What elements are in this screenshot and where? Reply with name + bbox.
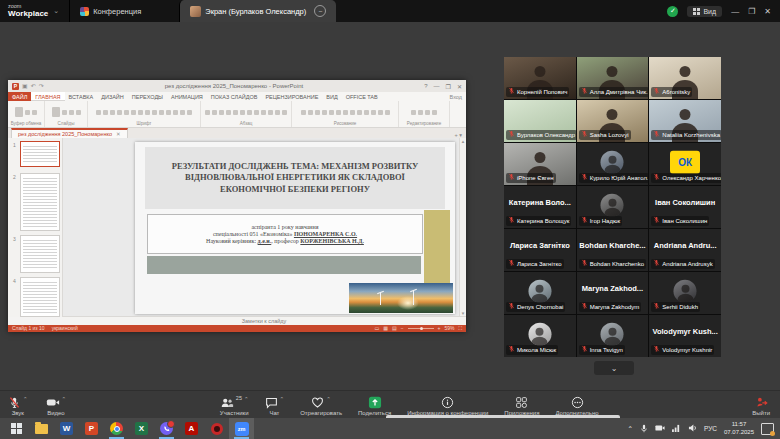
view-button[interactable]: Вид [687,6,722,17]
zoom-app-icon[interactable]: zm [229,418,254,439]
ribbon-tool-icon[interactable] [261,110,266,115]
powerpoint-icon[interactable]: P [79,418,104,439]
start-button[interactable] [4,418,29,439]
ribbon-group-icons[interactable] [201,101,291,121]
video-tile-микола-місюк[interactable]: Микола Місюк [504,315,576,357]
ribbon-tool-icon[interactable] [329,110,334,115]
ribbon-tool-icon[interactable] [212,110,217,115]
chevron-down-icon[interactable]: ⌄ [53,7,59,15]
ribbon-tool-icon[interactable] [350,110,355,115]
ribbon-tool-icon[interactable] [371,110,376,115]
ribbon-tool-icon[interactable] [418,110,423,115]
slide-thumbnail-2[interactable]: 2 [20,173,60,231]
ribbon-tab-вид[interactable]: ВИД [322,92,341,101]
video-tile-serhii-didukh[interactable]: Serhii Didukh [649,272,721,314]
fit-slide-icon[interactable]: ⛶ [458,325,462,332]
ribbon-tool-icon[interactable] [62,110,67,115]
ribbon-tool-icon[interactable] [226,110,231,115]
view-sorter-icon[interactable]: ▦ [383,325,388,332]
view-normal-icon[interactable]: ▭ [374,325,379,332]
minimize-button[interactable]: — [731,7,739,16]
zoom-in-icon[interactable]: + [438,325,441,332]
ribbon-tool-icon[interactable] [275,110,280,115]
tray-volume-icon[interactable] [688,424,697,433]
zoom-slider[interactable] [408,328,434,329]
ribbon-tool-icon[interactable] [254,110,259,115]
ribbon-tool-icon[interactable] [152,110,157,115]
ribbon-tool-icon[interactable] [52,107,60,117]
ribbon-tool-icon[interactable] [32,110,37,115]
ribbon-tool-icon[interactable] [425,110,430,115]
video-tile-a6ronitsky[interactable]: A6ronitsky [649,57,721,99]
ribbon-tool-icon[interactable] [219,110,224,115]
file-explorer-icon[interactable] [29,418,54,439]
undo-icon[interactable]: ↶ [31,83,36,89]
chrome-icon[interactable] [104,418,129,439]
ribbon-tab-показ-слайдов[interactable]: ПОКАЗ СЛАЙДОВ [207,92,262,101]
apps-button[interactable]: Приложения [500,395,543,416]
document-tab-close-icon[interactable]: ✕ [116,131,121,137]
video-tile-inna-tsvigyn[interactable]: Inna Tsvigyn [577,315,649,357]
ribbon-tool-icon[interactable] [103,110,108,115]
ribbon-tool-icon[interactable] [247,110,252,115]
slide-thumbnail-1[interactable]: 1 [20,141,60,167]
ribbon-group-icons[interactable] [399,101,449,121]
viber-icon[interactable] [154,418,179,439]
slide-thumbnail-3[interactable]: 3 [20,235,60,273]
red-browser-icon[interactable] [204,418,229,439]
video-tile-bohdan-kharchenko[interactable]: Bohdan Kharche...Bohdan Kharchenko [577,229,649,271]
excel-icon[interactable]: X [129,418,154,439]
ribbon-tool-icon[interactable] [124,110,129,115]
ribbon-tool-icon[interactable] [15,107,23,117]
ribbon-tool-icon[interactable] [180,110,185,115]
video-tile-олександр-харченко[interactable]: ОКОлександр Харченко [649,143,721,185]
video-tile-бурлаков-олександр[interactable]: Бурлаков Олександр [504,100,576,142]
video-tile-корнелій-попович[interactable]: Корнелій Попович [504,57,576,99]
ribbon-tab-вставка[interactable]: ВСТАВКА [65,92,98,101]
save-icon[interactable]: ▣ [22,83,28,89]
ribbon-tab-анимация[interactable]: АНИМАЦИЯ [167,92,207,101]
ribbon-tab-главная[interactable]: ГЛАВНАЯ [31,92,64,101]
tray-language-label[interactable]: РУС [704,425,717,432]
ribbon-tool-icon[interactable] [432,110,437,115]
heart-button[interactable]: ⌃Отреагировать [296,395,346,416]
notes-bar[interactable]: Заметки к слайду [62,316,466,325]
slide-info-box[interactable]: аспіранта 1 року навчання спеціальності … [147,214,423,254]
ribbon-tool-icon[interactable] [138,110,143,115]
tray-mic-icon[interactable] [640,424,648,434]
video-tile-курило-юрій-анатол[interactable]: Курило Юрій Анатол... [577,143,649,185]
ribbon-tab-дизайн[interactable]: ДИЗАЙН [97,92,128,101]
ribbon-tool-icon[interactable] [25,110,30,115]
ribbon-tool-icon[interactable] [268,110,273,115]
tray-clock[interactable]: 11:57 07.07.2025 [724,421,754,435]
chevron-up-icon[interactable]: ⌃ [23,396,28,402]
ribbon-tool-icon[interactable] [315,110,320,115]
security-shield-icon[interactable]: ✓ [667,6,678,17]
ribbon-tool-icon[interactable] [336,110,341,115]
video-tile-iphone-євген[interactable]: iPhone Євген [504,143,576,185]
ribbon-tool-icon[interactable] [411,110,416,115]
ribbon-tool-icon[interactable] [76,110,81,115]
camera-button[interactable]: ⌃Видео [42,395,71,416]
share-button[interactable]: Поделиться [354,395,395,416]
ribbon-tool-icon[interactable] [233,110,238,115]
ribbon-tool-icon[interactable] [187,110,192,115]
video-tile-лариса-загнітко[interactable]: Лариса ЗагніткоЛариса Загнітко [504,229,576,271]
tray-network-icon[interactable] [672,424,681,433]
ribbon-tool-icon[interactable] [364,110,369,115]
gallery-more-button[interactable]: ⌄ [594,361,634,375]
ribbon-tab-переходы[interactable]: ПЕРЕХОДЫ [128,92,167,101]
vertical-scrollbar[interactable]: ▲ ▼ [459,138,466,317]
video-tile-volodymyr-kushnir[interactable]: Volodymyr Kush...Volodymyr Kushnir [649,315,721,357]
tray-expand-icon[interactable]: ⌃ [627,425,632,433]
video-tile-maryna-zakhodym[interactable]: Maryna Zakhod...Maryna Zakhodym [577,272,649,314]
chevron-up-icon[interactable]: ⌃ [62,396,67,402]
tab-screen-share[interactable]: Экран (Бурлаков Олександр) − [179,0,336,22]
video-tile-алла-дмитрівна-чик[interactable]: Алла Дмитрівна Чик... [577,57,649,99]
notification-center-icon[interactable] [761,423,774,435]
maximize-button[interactable]: ❐ [748,7,755,16]
ribbon-tab-office-tab[interactable]: OFFICE TAB [342,92,382,101]
ribbon-tool-icon[interactable] [205,110,210,115]
video-tile-sasha-lozovyi[interactable]: Sasha Lozovyi [577,100,649,142]
leave-button[interactable]: Выйти [748,395,774,416]
